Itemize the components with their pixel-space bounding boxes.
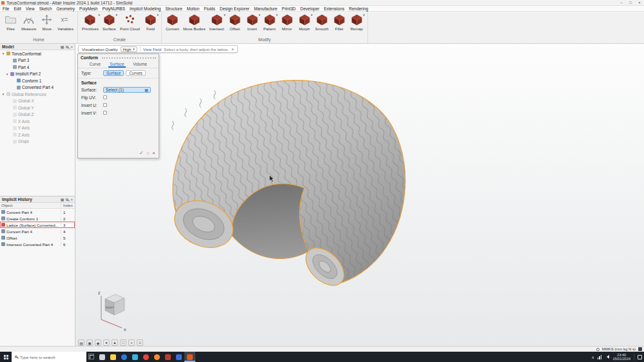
taskbar-app-icon[interactable] [108, 352, 119, 362]
scene-canvas[interactable]: Z X RIGHT [75, 44, 644, 346]
tool-dropdown-arrow-icon[interactable]: ▾ [363, 13, 365, 17]
tool-dropdown-arrow-icon[interactable]: ▾ [259, 13, 260, 17]
menu-item[interactable]: Design Explorer [220, 6, 249, 11]
menu-item[interactable]: PolyMesh [79, 6, 98, 11]
visualization-quality-dropdown[interactable]: High ▾ [121, 46, 137, 52]
menu-item[interactable]: PolyNURBS [102, 6, 125, 11]
minimize-button[interactable]: – [617, 1, 626, 5]
menu-item[interactable]: Extensions [324, 6, 344, 11]
menu-item[interactable]: Structure [165, 6, 182, 11]
conform-dialog-header[interactable]: Conform [78, 54, 159, 61]
model-tree-item[interactable]: Z Axis [0, 131, 75, 138]
model-tree-item[interactable]: ▾ TorusConformal [0, 50, 75, 57]
history-row[interactable]: Offset 5 [0, 234, 75, 241]
history-row[interactable]: Lattice (Surface) Converted... 3 [0, 222, 75, 228]
history-row[interactable]: Convert Part 4 4 [0, 228, 75, 234]
apply-button[interactable]: ✓ [139, 150, 144, 156]
history-row[interactable]: Convert Part 4 1 [0, 209, 75, 215]
taskbar-app-icon[interactable] [162, 352, 173, 362]
ribbon-tool-button[interactable]: ▾ Invert [244, 12, 261, 37]
units-label[interactable]: MMKS (mm kg N s) [602, 347, 636, 351]
viewport-tool-icon[interactable]: ◆ [95, 339, 101, 346]
tool-dropdown-arrow-icon[interactable]: ▾ [115, 13, 117, 17]
flip-uv-checkbox[interactable] [103, 95, 107, 99]
notifications-icon[interactable] [638, 355, 642, 359]
network-icon[interactable] [598, 355, 602, 359]
model-tree-item[interactable]: Y Axis [0, 125, 75, 132]
viewport-tool-icon[interactable]: ● [103, 339, 110, 346]
conform-tab[interactable]: Surface [108, 61, 125, 68]
ribbon-tool-button[interactable]: ▾ Variables [55, 12, 75, 37]
ribbon-tool-button[interactable]: ▾ Intersect [208, 12, 226, 37]
ribbon-tool-button[interactable]: ▾ Surface [101, 12, 118, 37]
viewport-tool-icon[interactable]: □ [120, 339, 126, 346]
ribbon-tool-button[interactable]: ▾ Move Bodies [181, 12, 208, 37]
viewport-tool-icon[interactable]: ▤ [78, 339, 84, 346]
conform-tab[interactable]: Volume [132, 61, 149, 68]
invert-v-checkbox[interactable] [103, 111, 107, 115]
model-tree-item[interactable]: ▾ Implicit Part 2 [0, 71, 75, 78]
tool-dropdown-arrow-icon[interactable]: ▾ [276, 13, 278, 17]
expander-icon[interactable]: ▾ [5, 72, 9, 76]
ribbon-tool-button[interactable]: ▾ Mirror [278, 12, 296, 37]
menu-item[interactable]: Sketch [39, 6, 52, 11]
taskbar-app-icon[interactable] [173, 352, 184, 362]
history-column-object[interactable]: Object [1, 204, 61, 207]
panel-search-icon[interactable] [66, 198, 68, 201]
messages-icon[interactable] [638, 347, 642, 351]
viewport-tool-icon[interactable]: ▲ [112, 339, 118, 346]
ribbon-tool-button[interactable]: ▾ Convert [164, 12, 181, 37]
model-tree-item[interactable]: Global Z [0, 111, 75, 119]
taskbar-app-icon[interactable] [151, 352, 162, 362]
viewport-tool-icon[interactable]: ☺ [137, 339, 143, 346]
conform-tab[interactable]: Curve [88, 61, 102, 68]
viewport-3d[interactable]: Z X RIGHT [75, 44, 644, 346]
taskbar-app-icon[interactable] [119, 352, 130, 362]
menu-item[interactable]: Print3D [282, 6, 296, 11]
menu-item[interactable]: Edit [14, 6, 21, 11]
view-field-button[interactable]: View Field [143, 47, 161, 52]
model-tree-item[interactable]: X Axis [0, 118, 75, 125]
tray-expand-icon[interactable]: ∧ [592, 355, 594, 359]
tool-dropdown-arrow-icon[interactable]: ▾ [98, 13, 100, 17]
model-tree-item[interactable]: Converted Part 4 [0, 84, 75, 91]
expander-icon[interactable]: ▾ [1, 52, 5, 55]
tool-dropdown-arrow-icon[interactable]: ▾ [224, 13, 226, 17]
surface-select-dropdown[interactable]: Select (1) ▦ [103, 87, 151, 93]
history-row[interactable]: Create Conform 1 2 [0, 215, 75, 222]
options-icon[interactable]: □ [147, 151, 150, 155]
menu-item[interactable]: Manufacture [254, 6, 277, 11]
model-tree-item[interactable]: Part 3 [0, 57, 75, 64]
ribbon-tool-button[interactable]: ▾ Move [38, 12, 55, 37]
task-view-button[interactable] [86, 352, 97, 362]
panel-grid-icon[interactable]: ▦ [61, 44, 64, 49]
taskbar-app-icon[interactable] [141, 352, 151, 362]
ribbon-tool-button[interactable]: ▾ Measure [19, 12, 38, 37]
menu-item[interactable]: Motion [187, 6, 200, 11]
maximize-button[interactable]: □ [626, 1, 635, 5]
panel-grid-icon[interactable]: ▦ [61, 197, 64, 202]
hint-close-icon[interactable]: × [231, 47, 234, 52]
cancel-button[interactable]: × [152, 150, 155, 156]
type-curves-button[interactable]: Curves [126, 70, 146, 76]
model-tree-item[interactable]: Origin [0, 138, 75, 146]
drag-grip[interactable] [102, 57, 156, 59]
expander-icon[interactable]: ▾ [1, 92, 5, 96]
type-surface-button[interactable]: Surface [103, 70, 124, 76]
model-tree-item[interactable]: Conform 1 [0, 77, 75, 84]
taskbar-clock[interactable]: 23:40 15/01/2024 [612, 353, 630, 361]
menu-item[interactable]: Geometry [57, 6, 75, 11]
taskbar-search[interactable]: Type here to search [12, 352, 86, 362]
view-cube-face-label[interactable]: RIGHT [106, 306, 114, 309]
ribbon-tool-button[interactable]: ▾ Offset [226, 12, 244, 37]
start-button[interactable] [0, 352, 12, 362]
panel-search-icon[interactable] [66, 46, 68, 48]
menu-item[interactable]: View [26, 6, 35, 11]
panel-close-icon[interactable]: × [70, 45, 73, 49]
viewport-tool-icon[interactable]: + [128, 339, 135, 346]
ribbon-tool-button[interactable]: ▾ Pattern [261, 12, 278, 37]
taskbar-app-icon[interactable] [97, 352, 108, 362]
history-column-index[interactable]: Index [61, 204, 73, 207]
menu-item[interactable]: Fluids [204, 6, 215, 11]
ribbon-tool-button[interactable]: ▾ Remap [348, 12, 366, 37]
